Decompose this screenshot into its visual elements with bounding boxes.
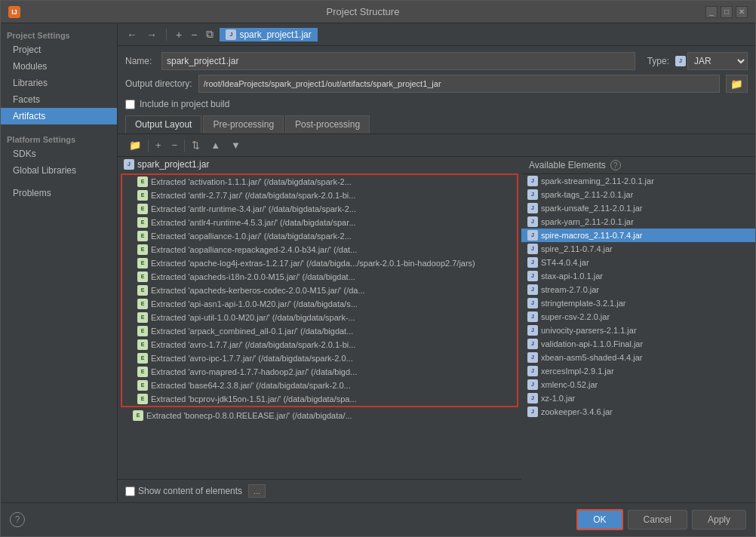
toolbar-folder-btn[interactable]: 📁 [125, 137, 145, 153]
tree-item[interactable]: E Extracted 'base64-2.3.8.jar/' (/data/b… [122, 379, 517, 392]
extract-icon: E [133, 410, 143, 421]
tree-item[interactable]: E Extracted 'aopalliance-1.0.jar/' (/dat… [122, 229, 517, 243]
forward-btn[interactable]: → [143, 27, 160, 42]
dialog-footer: ? OK Cancel Apply [1, 502, 755, 536]
available-item[interactable]: J stax-api-1.0.1.jar [521, 269, 755, 283]
tab-output-layout[interactable]: Output Layout [125, 115, 201, 133]
sidebar-item-project[interactable]: Project [1, 41, 117, 58]
tree-root[interactable]: J spark_project1.jar [118, 157, 521, 172]
root-jar-icon: J [124, 159, 134, 170]
restore-btn[interactable]: □ [721, 6, 733, 18]
sidebar-divider [1, 124, 117, 130]
available-item[interactable]: J stringtemplate-3.2.1.jar [521, 296, 755, 310]
output-dir-label: Output directory: [125, 78, 192, 89]
tree-item[interactable]: E Extracted 'bonecp-0.8.0.RELEASE.jar/' … [118, 409, 521, 422]
sidebar-item-problems[interactable]: Problems [1, 185, 117, 201]
sidebar-item-global-libraries[interactable]: Global Libraries [1, 162, 117, 179]
sidebar-item-sdks[interactable]: SDKs [1, 146, 117, 162]
toolbar-up-btn[interactable]: ▲ [207, 137, 224, 153]
close-btn[interactable]: ✕ [736, 6, 748, 18]
tree-item[interactable]: E Extracted 'activation-1.1.1.jar/' (/da… [122, 175, 517, 189]
show-content-label: Show content of elements [138, 486, 242, 496]
cancel-button[interactable]: Cancel [628, 510, 687, 529]
split-area: J spark_project1.jar E Extracted 'activa… [118, 157, 755, 502]
browse-output-btn[interactable]: 📁 [726, 75, 748, 93]
extract-icon: E [137, 204, 148, 214]
tree-item[interactable]: E Extracted 'bcprov-jdk15on-1.51.jar/' (… [122, 392, 517, 406]
available-item[interactable]: J spire_2.11-0.7.4.jar [521, 242, 755, 256]
available-item[interactable]: J univocity-parsers-2.1.1.jar [521, 324, 755, 337]
tree-item[interactable]: E Extracted 'apacheds-kerberos-codec-2.0… [122, 284, 517, 297]
sidebar-item-modules[interactable]: Modules [1, 58, 117, 75]
tree-item[interactable]: E Extracted 'antlr-2.7.7.jar/' (/data/bi… [122, 189, 517, 202]
tree-item[interactable]: E Extracted 'arpack_combined_all-0.1.jar… [122, 324, 517, 338]
available-list[interactable]: J spark-streaming_2.11-2.0.1.jar J spark… [521, 174, 755, 502]
available-item[interactable]: J ST4-4.0.4.jar [521, 256, 755, 269]
toolbar-sort-btn[interactable]: ⇅ [188, 137, 204, 153]
jar-icon: J [527, 176, 538, 186]
include-build-checkbox[interactable] [125, 100, 135, 109]
available-item[interactable]: J zookeeper-3.4.6.jar [521, 405, 755, 419]
output-dir-input[interactable] [198, 75, 720, 93]
available-item[interactable]: J xbean-asm5-shaded-4.4.jar [521, 351, 755, 364]
footer-help-btn[interactable]: ? [10, 512, 25, 527]
tab-preprocessing[interactable]: Pre-processing [203, 115, 284, 133]
available-item[interactable]: J xercesImpl-2.9.1.jar [521, 364, 755, 378]
type-select[interactable]: JAR [687, 52, 748, 70]
back-btn[interactable]: ← [124, 27, 140, 42]
show-content-btn[interactable]: ... [248, 484, 266, 498]
ok-button[interactable]: OK [576, 509, 622, 530]
extract-icon: E [137, 394, 148, 404]
tree-item[interactable]: E Extracted 'antlr-runtime-3.4.jar/' (/d… [122, 202, 517, 216]
sidebar-item-libraries[interactable]: Libraries [1, 75, 117, 91]
tree-item[interactable]: E Extracted 'apacheds-i18n-2.0.0-M15.jar… [122, 270, 517, 284]
tree-item[interactable]: E Extracted 'avro-mapred-1.7.7-hadoop2.j… [122, 365, 517, 379]
show-content-checkbox[interactable] [125, 486, 135, 496]
project-settings-header: Project Settings [1, 26, 117, 41]
available-item-selected[interactable]: J spire-macros_2.11-0.7.4.jar [521, 229, 755, 242]
available-item[interactable]: J spark-streaming_2.11-2.0.1.jar [521, 174, 755, 188]
toolbar-down-btn[interactable]: ▼ [227, 137, 244, 153]
sidebar-item-facets[interactable]: Facets [1, 91, 117, 108]
tab-postprocessing[interactable]: Post-processing [285, 115, 370, 133]
available-item[interactable]: J spark-tags_2.11-2.0.1.jar [521, 188, 755, 201]
tree-item[interactable]: E Extracted 'apache-log4j-extras-1.2.17.… [122, 256, 517, 270]
toolbar-remove-btn[interactable]: − [168, 137, 182, 153]
tree-item[interactable]: E Extracted 'api-util-1.0.0-M20.jar/' (/… [122, 311, 517, 324]
extract-icon: E [137, 231, 148, 241]
tree-item[interactable]: E Extracted 'avro-1.7.7.jar/' (/data/big… [122, 338, 517, 351]
app-logo: IJ [8, 6, 20, 18]
type-label: Type: [647, 56, 669, 66]
extract-icon: E [137, 217, 148, 228]
tree-item[interactable]: E Extracted 'antlr4-runtime-4.5.3.jar/' … [122, 216, 517, 229]
available-item[interactable]: J xz-1.0.jar [521, 391, 755, 405]
available-title: Available Elements [529, 160, 606, 170]
help-icon[interactable]: ? [610, 160, 621, 170]
artifact-selected-item[interactable]: J spark_project1.jar [220, 28, 317, 41]
tabs-bar: Output Layout Pre-processing Post-proces… [118, 112, 755, 134]
extract-icon: E [137, 272, 148, 282]
show-content-row: Show content of elements [125, 486, 242, 496]
sidebar-item-artifacts[interactable]: Artifacts [1, 108, 117, 124]
available-item[interactable]: J xmlenc-0.52.jar [521, 378, 755, 391]
name-row: Name: Type: J JAR [118, 46, 755, 73]
toolbar-add-btn[interactable]: + [152, 137, 165, 153]
highlighted-group: E Extracted 'activation-1.1.1.jar/' (/da… [121, 173, 518, 407]
dialog-body: Project Settings Project Modules Librari… [1, 23, 755, 502]
minimize-btn[interactable]: _ [705, 6, 718, 18]
apply-button[interactable]: Apply [692, 510, 746, 529]
tree-item[interactable]: E Extracted 'api-asn1-api-1.0.0-M20.jar/… [122, 297, 517, 311]
jar-icon: J [527, 244, 538, 254]
available-item[interactable]: J spark-yarn_2.11-2.0.1.jar [521, 215, 755, 229]
remove-artifact-btn[interactable]: − [188, 27, 200, 42]
available-item[interactable]: J super-csv-2.2.0.jar [521, 310, 755, 324]
available-item[interactable]: J spark-unsafe_2.11-2.0.1.jar [521, 201, 755, 215]
name-input[interactable] [161, 52, 635, 70]
add-artifact-btn[interactable]: + [173, 27, 185, 42]
copy-artifact-btn[interactable]: ⧉ [203, 26, 217, 42]
left-tree[interactable]: J spark_project1.jar E Extracted 'activa… [118, 157, 521, 479]
available-item[interactable]: J validation-api-1.1.0.Final.jar [521, 337, 755, 351]
tree-item[interactable]: E Extracted 'avro-ipc-1.7.7.jar/' (/data… [122, 351, 517, 365]
available-item[interactable]: J stream-2.7.0.jar [521, 283, 755, 296]
tree-item[interactable]: E Extracted 'aopalliance-repackaged-2.4.… [122, 243, 517, 256]
